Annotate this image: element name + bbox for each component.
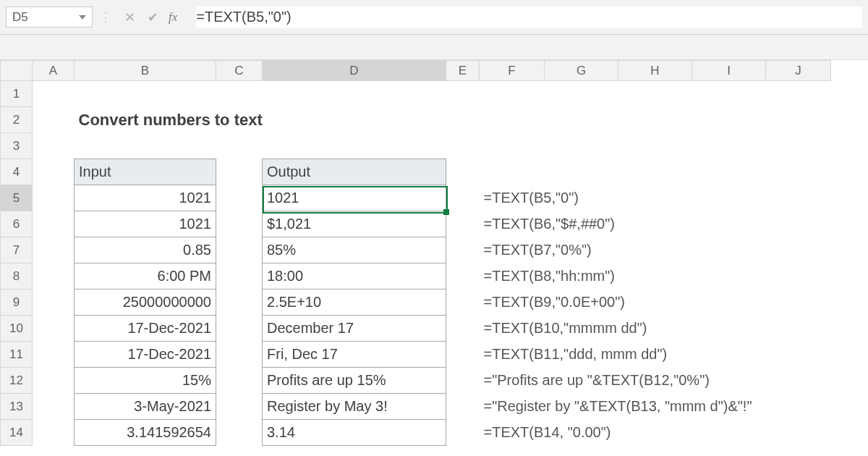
cell-B14[interactable]: 3.141592654 xyxy=(75,420,216,446)
row-header-2[interactable]: 2 xyxy=(1,107,33,133)
cancel-icon[interactable]: ✕ xyxy=(118,6,141,29)
ribbon-spacer xyxy=(0,35,868,60)
row-12[interactable]: 12 15% Profits are up 15% ="Profits are … xyxy=(1,368,831,394)
row-header-13[interactable]: 13 xyxy=(1,394,33,420)
name-box[interactable]: D5 xyxy=(6,7,93,28)
row-header-6[interactable]: 6 xyxy=(1,211,33,237)
cell-D9[interactable]: 2.5E+10 xyxy=(263,290,446,316)
cell-D8[interactable]: 18:00 xyxy=(263,263,446,290)
cell-F11[interactable]: =TEXT(B11,"ddd, mmm dd") xyxy=(480,342,831,368)
cell-F8[interactable]: =TEXT(B8,"hh:mm") xyxy=(480,263,831,290)
row-11[interactable]: 11 17-Dec-2021 Fri, Dec 17 =TEXT(B11,"dd… xyxy=(1,342,831,368)
row-4[interactable]: 4 Input Output xyxy=(1,159,831,185)
chevron-down-icon[interactable] xyxy=(79,15,86,20)
spreadsheet[interactable]: A B C D E F G H I J 1 2 Convert numbers … xyxy=(0,60,868,446)
header-input[interactable]: Input xyxy=(75,159,216,185)
cell-F14[interactable]: =TEXT(B14, "0.00") xyxy=(480,420,831,446)
row-13[interactable]: 13 3-May-2021 Register by May 3! ="Regis… xyxy=(1,394,831,420)
cell-B8[interactable]: 6:00 PM xyxy=(75,263,216,290)
col-header-I[interactable]: I xyxy=(692,61,766,81)
col-header-C[interactable]: C xyxy=(216,61,263,81)
cell-F6[interactable]: =TEXT(B6,"$#,##0") xyxy=(480,211,831,237)
row-1[interactable]: 1 xyxy=(1,81,831,107)
formula-input[interactable]: =TEXT(B5,"0") xyxy=(196,7,862,28)
col-header-F[interactable]: F xyxy=(480,61,545,81)
row-header-11[interactable]: 11 xyxy=(1,342,33,368)
cell-D11[interactable]: Fri, Dec 17 xyxy=(263,342,446,368)
cell-B5[interactable]: 1021 xyxy=(75,185,216,211)
col-header-E[interactable]: E xyxy=(446,61,480,81)
row-8[interactable]: 8 6:00 PM 18:00 =TEXT(B8,"hh:mm") xyxy=(1,263,831,290)
row-7[interactable]: 7 0.85 85% =TEXT(B7,"0%") xyxy=(1,237,831,263)
cell-B13[interactable]: 3-May-2021 xyxy=(75,394,216,420)
divider: ⋮ xyxy=(93,9,118,25)
cell-D14[interactable]: 3.14 xyxy=(263,420,446,446)
col-header-D[interactable]: D xyxy=(263,61,446,81)
col-header-J[interactable]: J xyxy=(766,61,831,81)
column-headers[interactable]: A B C D E F G H I J xyxy=(1,61,831,81)
row-6[interactable]: 6 1021 $1,021 =TEXT(B6,"$#,##0") xyxy=(1,211,831,237)
page-title: Convert numbers to text xyxy=(75,107,480,133)
row-9[interactable]: 9 25000000000 2.5E+10 =TEXT(B9,"0.0E+00"… xyxy=(1,290,831,316)
row-header-9[interactable]: 9 xyxy=(1,290,33,316)
row-header-4[interactable]: 4 xyxy=(1,159,33,185)
row-14[interactable]: 14 3.141592654 3.14 =TEXT(B14, "0.00") xyxy=(1,420,831,446)
formula-bar: D5 ⋮ ✕ ✔ fx =TEXT(B5,"0") xyxy=(0,0,868,35)
cell-D6[interactable]: $1,021 xyxy=(263,211,446,237)
cell-D5[interactable]: 1021 xyxy=(263,185,446,211)
confirm-icon[interactable]: ✔ xyxy=(141,6,164,29)
row-header-1[interactable]: 1 xyxy=(1,81,33,107)
row-header-10[interactable]: 10 xyxy=(1,316,33,342)
col-header-G[interactable]: G xyxy=(545,61,618,81)
col-header-H[interactable]: H xyxy=(618,61,692,81)
col-header-A[interactable]: A xyxy=(33,61,75,81)
row-header-12[interactable]: 12 xyxy=(1,368,33,394)
cell-F5[interactable]: =TEXT(B5,"0") xyxy=(480,185,831,211)
fx-icon[interactable]: fx xyxy=(164,10,182,25)
grid[interactable]: A B C D E F G H I J 1 2 Convert numbers … xyxy=(0,60,831,446)
row-3[interactable]: 3 xyxy=(1,133,831,159)
row-5[interactable]: 5 1021 1021 =TEXT(B5,"0") xyxy=(1,185,831,211)
cell-B9[interactable]: 25000000000 xyxy=(75,290,216,316)
row-10[interactable]: 10 17-Dec-2021 December 17 =TEXT(B10,"mm… xyxy=(1,316,831,342)
select-all-corner[interactable] xyxy=(1,61,33,81)
cell-D12[interactable]: Profits are up 15% xyxy=(263,368,446,394)
cell-D10[interactable]: December 17 xyxy=(263,316,446,342)
cell-B7[interactable]: 0.85 xyxy=(75,237,216,263)
formula-text: =TEXT(B5,"0") xyxy=(196,9,291,25)
cell-B11[interactable]: 17-Dec-2021 xyxy=(75,342,216,368)
row-header-5[interactable]: 5 xyxy=(1,185,33,211)
cell-F13[interactable]: ="Register by "&TEXT(B13, "mmm d")&"!" xyxy=(480,394,831,420)
col-header-B[interactable]: B xyxy=(75,61,216,81)
row-header-7[interactable]: 7 xyxy=(1,237,33,263)
row-2[interactable]: 2 Convert numbers to text xyxy=(1,107,831,133)
cell-F9[interactable]: =TEXT(B9,"0.0E+00") xyxy=(480,290,831,316)
cell-F10[interactable]: =TEXT(B10,"mmmm dd") xyxy=(480,316,831,342)
row-header-8[interactable]: 8 xyxy=(1,263,33,290)
row-header-14[interactable]: 14 xyxy=(1,420,33,446)
cell-D13[interactable]: Register by May 3! xyxy=(263,394,446,420)
cell-B10[interactable]: 17-Dec-2021 xyxy=(75,316,216,342)
cell-D7[interactable]: 85% xyxy=(263,237,446,263)
cell-B12[interactable]: 15% xyxy=(75,368,216,394)
cell-B6[interactable]: 1021 xyxy=(75,211,216,237)
cell-F7[interactable]: =TEXT(B7,"0%") xyxy=(480,237,831,263)
name-box-value: D5 xyxy=(12,10,28,25)
row-header-3[interactable]: 3 xyxy=(1,133,33,159)
header-output[interactable]: Output xyxy=(263,159,446,185)
cell-F12[interactable]: ="Profits are up "&TEXT(B12,"0%") xyxy=(480,368,831,394)
